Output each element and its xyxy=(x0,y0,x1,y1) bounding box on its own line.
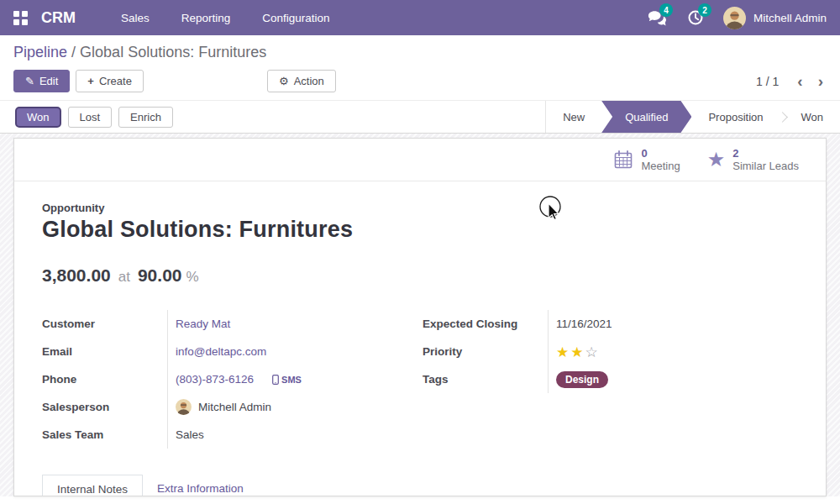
meeting-label: Meeting xyxy=(641,160,680,172)
phone-link[interactable]: (803)-873-6126 xyxy=(176,373,254,386)
messages-count-badge: 4 xyxy=(659,3,673,17)
similar-leads-count: 2 xyxy=(732,147,799,160)
salesperson-name[interactable]: Mitchell Admin xyxy=(198,401,271,413)
stat-button-strip: 0 Meeting ★ 2 Similar Leads xyxy=(14,139,826,181)
user-menu[interactable]: Mitchell Admin xyxy=(723,7,827,29)
app-brand[interactable]: CRM xyxy=(41,9,76,27)
stage-pipeline: New Qualified Proposition Won xyxy=(545,101,840,133)
similar-leads-stat-button[interactable]: ★ 2 Similar Leads xyxy=(699,139,817,181)
customer-link[interactable]: Ready Mat xyxy=(176,318,230,330)
meeting-count: 0 xyxy=(641,147,680,160)
tags-label: Tags xyxy=(423,365,549,393)
at-label: at xyxy=(118,269,130,286)
control-panel: Pipeline / Global Solutions: Furnitures … xyxy=(0,35,840,100)
record-type-label: Opportunity xyxy=(42,202,799,214)
breadcrumb-pipeline-link[interactable]: Pipeline xyxy=(13,44,67,60)
record-card: 0 Meeting ★ 2 Similar Leads Opportunity … xyxy=(13,138,827,496)
revenue-row: 3,800.00 at 90.00 % xyxy=(42,265,799,286)
pager: 1 / 1 ‹ › xyxy=(756,73,827,89)
priority-stars[interactable]: ★★☆ xyxy=(556,344,600,360)
menu-sales[interactable]: Sales xyxy=(111,7,160,29)
sales-team-value[interactable]: Sales xyxy=(176,428,204,441)
field-row-expected-closing: Expected Closing 11/16/2021 xyxy=(423,310,799,338)
email-link[interactable]: info@deltapc.com xyxy=(176,345,266,358)
field-row-sales-team: Sales Team Sales xyxy=(42,421,423,449)
gear-icon: ⚙ xyxy=(279,75,289,87)
expected-revenue: 3,800.00 xyxy=(42,265,111,286)
breadcrumb-current: Global Solutions: Furnitures xyxy=(80,44,266,60)
sms-button[interactable]: SMS xyxy=(272,375,302,385)
sales-team-label: Sales Team xyxy=(42,421,168,449)
enrich-button[interactable]: Enrich xyxy=(118,107,173,128)
top-navbar: CRM Sales Reporting Configuration 4 2 Mi… xyxy=(0,0,840,35)
filled-stars-icon[interactable]: ★★ xyxy=(556,344,585,360)
breadcrumb: Pipeline / Global Solutions: Furnitures xyxy=(13,44,827,61)
field-group-right: Expected Closing 11/16/2021 Priority ★★☆… xyxy=(423,310,799,449)
activities-icon[interactable]: 2 xyxy=(685,8,706,28)
stage-won[interactable]: Won xyxy=(785,101,840,133)
empty-star-icon[interactable]: ☆ xyxy=(585,344,599,360)
user-name: Mitchell Admin xyxy=(753,12,827,24)
main-menu: Sales Reporting Configuration xyxy=(111,7,340,29)
percent-sign: % xyxy=(186,269,199,286)
phone-label: Phone xyxy=(42,365,168,393)
field-groups: Customer Ready Mat Email info@deltapc.co… xyxy=(42,310,799,449)
form-view-background: 0 Meeting ★ 2 Similar Leads Opportunity … xyxy=(0,134,840,496)
field-row-priority: Priority ★★☆ xyxy=(423,338,799,365)
breadcrumb-separator: / xyxy=(71,44,80,60)
tab-internal-notes[interactable]: Internal Notes xyxy=(42,475,143,496)
tag-design: Design xyxy=(556,371,608,388)
pager-previous-button[interactable]: ‹ xyxy=(794,73,806,89)
priority-label: Priority xyxy=(423,338,549,365)
action-button-row: ✎ Edit + Create ⚙ Action 1 / 1 ‹ › xyxy=(13,70,827,100)
meeting-stat-button[interactable]: 0 Meeting xyxy=(605,139,698,181)
expected-closing-value: 11/16/2021 xyxy=(556,318,612,330)
stage-proposition[interactable]: Proposition xyxy=(691,101,780,133)
field-row-customer: Customer Ready Mat xyxy=(42,310,423,338)
similar-leads-label: Similar Leads xyxy=(732,160,799,172)
field-row-tags: Tags Design xyxy=(423,365,799,393)
create-button[interactable]: + Create xyxy=(76,70,144,92)
expected-closing-label: Expected Closing xyxy=(423,310,549,338)
plus-icon: + xyxy=(87,75,94,87)
menu-configuration[interactable]: Configuration xyxy=(252,7,339,29)
mobile-phone-icon xyxy=(272,375,279,385)
field-row-email: Email info@deltapc.com xyxy=(42,338,423,365)
edit-button[interactable]: ✎ Edit xyxy=(13,70,70,92)
field-row-salesperson: Salesperson Mitchell Admin xyxy=(42,393,423,421)
menu-reporting[interactable]: Reporting xyxy=(171,7,241,29)
star-icon: ★ xyxy=(707,150,726,170)
messages-icon[interactable]: 4 xyxy=(646,8,668,28)
action-menu-button[interactable]: ⚙ Action xyxy=(267,70,336,92)
customer-label: Customer xyxy=(42,310,168,338)
field-group-left: Customer Ready Mat Email info@deltapc.co… xyxy=(42,310,423,449)
statusbar: Won Lost Enrich New Qualified Propositio… xyxy=(0,100,840,134)
opportunity-title: Global Solutions: Furnitures xyxy=(42,217,799,243)
pager-value: 1 / 1 xyxy=(756,75,779,88)
calendar-icon xyxy=(613,150,633,170)
lost-button[interactable]: Lost xyxy=(68,107,113,128)
apps-menu-icon[interactable] xyxy=(13,11,28,25)
pager-next-button[interactable]: › xyxy=(815,73,827,89)
pencil-icon: ✎ xyxy=(25,75,34,87)
stage-qualified[interactable]: Qualified xyxy=(601,101,691,133)
tab-extra-information[interactable]: Extra Information xyxy=(143,475,258,496)
form-sheet: Opportunity Global Solutions: Furnitures… xyxy=(14,181,826,496)
salesperson-label: Salesperson xyxy=(42,393,168,421)
notebook-tabs: Internal Notes Extra Information xyxy=(42,475,799,496)
won-button[interactable]: Won xyxy=(15,107,61,128)
activities-count-badge: 2 xyxy=(698,3,711,17)
probability-value: 90.00 xyxy=(138,265,182,286)
field-row-phone: Phone (803)-873-6126 SMS xyxy=(42,365,423,393)
salesperson-avatar xyxy=(176,399,192,415)
email-label: Email xyxy=(42,338,168,365)
user-avatar xyxy=(723,7,746,29)
stage-new[interactable]: New xyxy=(546,101,601,133)
